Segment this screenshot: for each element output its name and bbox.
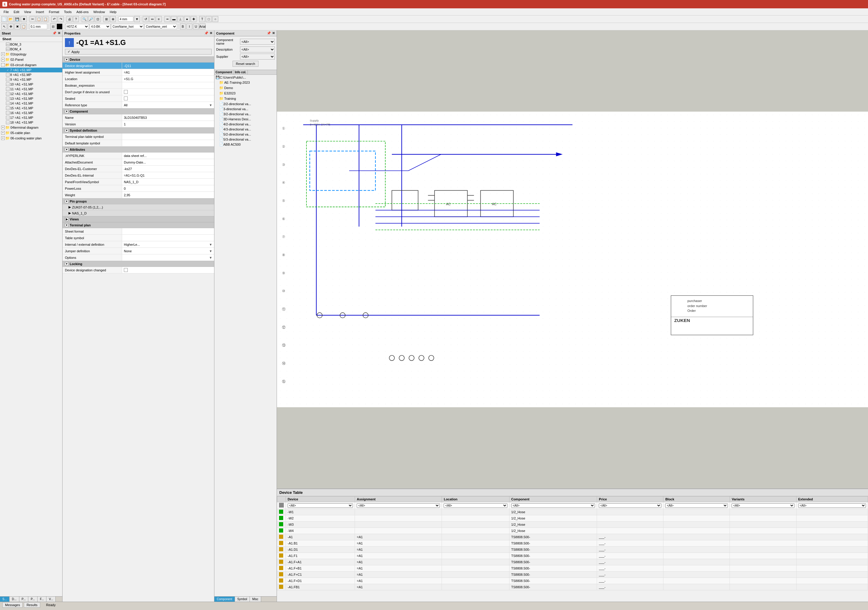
row-extended[interactable] [796,515,868,522]
comp-tree-demo[interactable]: 📁 Demo [214,85,277,90]
row-variants[interactable] [730,584,796,590]
mm-input[interactable] [118,16,133,22]
tree-item-bom3[interactable]: □□ BOM_3 [0,42,62,47]
tree-item-06cooling[interactable]: + 📁 06-cooling water plan [0,135,62,141]
menu-addons[interactable]: Add-ons [74,9,91,14]
views-section-header[interactable]: ▶ Views [62,216,214,222]
row-price[interactable]: ___- [597,540,663,546]
zoom-fit-btn[interactable]: ⊡ [95,16,101,22]
mm-down[interactable]: ▼ [134,16,140,22]
row-assignment[interactable]: =A1 [355,565,442,571]
open-btn[interactable]: 📂 [8,16,14,22]
row-block[interactable] [663,522,730,528]
th-location[interactable]: Location [442,497,509,502]
row-block[interactable] [663,559,730,565]
row-assignment[interactable]: =A1 [355,534,442,540]
prop-value-version[interactable]: 1 [122,121,214,127]
prop-value-location[interactable]: +S1.G [122,76,214,82]
sheet-tab-d[interactable]: D... [9,597,19,602]
th-component[interactable]: Component [509,497,597,502]
row-extended[interactable] [796,578,868,584]
table-row[interactable]: -A1.F+D1 =A1 TS8808.500- ___- [277,578,868,584]
row-block[interactable] [663,509,730,515]
row-assignment[interactable] [355,528,442,534]
row-extended[interactable] [796,534,868,540]
tree-item-sheet18[interactable]: □ 18 =A1 +S1.MP [0,120,62,125]
prop-value-hyperlink[interactable]: data sheet ref... [122,152,214,159]
row-assignment[interactable]: =A1 [355,546,442,553]
prop-value-powerloss[interactable]: 0 [122,185,214,191]
intextdef-arrow[interactable]: ▼ [209,243,212,246]
terminalplan-collapse[interactable]: ▼ [65,224,68,227]
row-block[interactable] [663,546,730,553]
row-block[interactable] [663,528,730,534]
prop-value-options[interactable]: ▼ [122,255,214,261]
results-tab[interactable]: Results [24,602,40,608]
apply-button[interactable]: ✓ Apply [65,49,212,54]
menu-tools[interactable]: Tools [62,9,74,14]
prop-value-compname[interactable]: 3LD15040TB53 [122,114,214,121]
row-location[interactable] [442,522,509,528]
row-device[interactable]: -A1.F1 [286,553,355,559]
row-assignment[interactable]: =A1 [355,578,442,584]
06cooling-expand[interactable]: + [1,137,5,140]
layer-btn[interactable]: ⊟ [50,23,56,29]
sheet-tab-f[interactable]: F... [37,597,46,602]
tree-item-05cable[interactable]: + 📁 05-cable plan [0,130,62,135]
prop-btn[interactable]: 📋 [21,23,27,29]
03circuit-expand[interactable]: − [1,63,5,67]
rotate-btn[interactable]: ↺ [143,16,149,22]
row-block[interactable] [663,540,730,546]
connect-btn[interactable]: ⊥ [177,16,183,22]
row-device[interactable]: -W3 [286,522,355,528]
comp-supplier-select[interactable]: <All> [240,54,275,60]
filter-assignment[interactable]: <All> [355,502,442,509]
table-row[interactable]: -A1.F1 =A1 TS8808.500- ___- [277,553,868,559]
row-device[interactable]: -A1.D1 [286,546,355,553]
prop-value-devdes-cust[interactable]: -ks27 [122,166,214,172]
row-variants[interactable] [730,553,796,559]
prop-value-sealed[interactable] [122,95,214,102]
text-btn[interactable]: T [199,16,205,22]
tree-item-sheet11[interactable]: □ 11 =A1 +S1.MP [0,87,62,92]
menu-edit[interactable]: Edit [11,9,22,14]
tree-item-04terminal[interactable]: + 📁 04terminal diagram [0,125,62,130]
bom3-checkbox[interactable]: □□ [6,43,9,46]
prop-value-boolean[interactable] [122,82,214,88]
filter-variants[interactable]: <All> [730,502,796,509]
row-assignment[interactable] [355,515,442,522]
row-component[interactable]: TS8808.500- [509,584,597,590]
sheet7-checkbox[interactable]: ✓ [6,68,9,72]
comp-tab-component[interactable]: Component [214,597,235,602]
save-btn[interactable]: 💾 [14,16,20,22]
tree-item-bom4[interactable]: □□ BOM_4 [0,47,62,51]
row-device[interactable]: -A1.F+B1 [286,565,355,571]
bom4-checkbox[interactable]: □□ [6,47,9,51]
row-assignment[interactable]: =A1 [355,553,442,559]
cut-btn[interactable]: ✂ [29,16,36,22]
row-location[interactable] [442,578,509,584]
row-extended[interactable] [796,571,868,578]
comp-pin-icon[interactable]: 📌 [267,31,271,35]
row-assignment[interactable]: =A1 [355,540,442,546]
row-location[interactable] [442,540,509,546]
row-block[interactable] [663,534,730,540]
attributes-section-header[interactable]: ▼ Attributes [62,146,214,152]
prop-value-weight[interactable]: 2,95 [122,192,214,198]
row-variants[interactable] [730,565,796,571]
close-btn[interactable]: ✖ [21,16,27,22]
row-variants[interactable] [730,571,796,578]
row-component[interactable]: 1/2_Hose [509,515,597,522]
symboldef-collapse[interactable]: ▼ [65,129,68,132]
comp-item-22[interactable]: 📄 2/2-directional va... [214,101,277,106]
sheet14-checkbox[interactable]: □ [6,102,9,105]
core-v-select[interactable]: CoreName_vert [144,24,177,29]
row-variants[interactable] [730,528,796,534]
05cable-expand[interactable]: + [1,131,5,135]
tree-item-02panel[interactable]: + 📁 02-Panel [0,57,62,62]
print-btn[interactable]: 🖨 [67,16,72,22]
prop-value-desigchanged[interactable] [122,267,214,273]
row-location[interactable] [442,534,509,540]
row-variants[interactable] [730,515,796,522]
row-variants[interactable] [730,540,796,546]
